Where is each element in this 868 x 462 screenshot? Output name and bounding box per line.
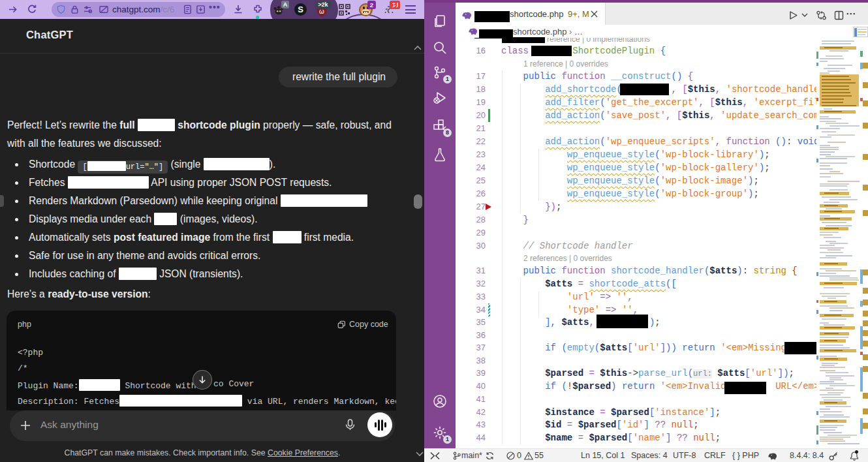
svg-text:ω: ω xyxy=(319,8,324,15)
